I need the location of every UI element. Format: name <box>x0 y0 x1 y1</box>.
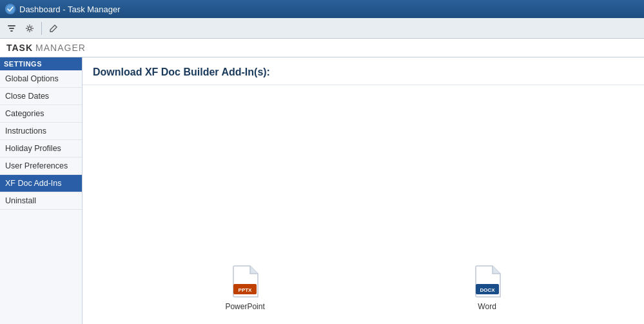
sidebar-item-categories[interactable]: Categories <box>0 105 82 123</box>
powerpoint-label: PowerPoint <box>225 302 264 311</box>
svg-rect-2 <box>9 28 14 29</box>
content-area: SETTINGS Global OptionsClose DatesCatego… <box>0 57 644 324</box>
app-header: TASK MANAGER <box>0 39 644 57</box>
toolbar-separator <box>41 22 42 35</box>
sidebar-item-holiday-profiles[interactable]: Holiday Profiles <box>0 140 82 157</box>
title-bar: Dashboard - Task Manager <box>0 0 644 18</box>
settings-button[interactable] <box>22 21 37 36</box>
svg-rect-3 <box>10 30 13 32</box>
sidebar-item-close-dates[interactable]: Close Dates <box>0 88 82 105</box>
download-area: PPTX PowerPoint DOCX Word <box>83 265 644 311</box>
app-title-task: TASK <box>6 43 33 53</box>
content-title: Download XF Doc Builder Add-In(s): <box>83 57 644 85</box>
word-label: Word <box>478 302 496 311</box>
svg-point-4 <box>28 26 32 30</box>
main-area: TASK MANAGER SETTINGS Global OptionsClos… <box>0 39 644 324</box>
content-body: PPTX PowerPoint DOCX Word <box>83 85 644 324</box>
word-file-icon: DOCX <box>473 265 502 298</box>
app-icon <box>5 4 15 14</box>
sidebar-item-instructions[interactable]: Instructions <box>0 123 82 140</box>
app-title-manager: MANAGER <box>35 43 86 53</box>
sidebar-item-uninstall[interactable]: Uninstall <box>0 192 82 210</box>
svg-text:DOCX: DOCX <box>480 287 495 293</box>
sidebar: SETTINGS Global OptionsClose DatesCatego… <box>0 57 83 324</box>
svg-text:PPTX: PPTX <box>239 287 253 293</box>
powerpoint-file-icon: PPTX <box>231 265 259 298</box>
svg-rect-1 <box>8 25 15 26</box>
main-content: Download XF Doc Builder Add-In(s): PPTX … <box>83 57 644 324</box>
sidebar-section-header: SETTINGS <box>0 57 82 70</box>
title-bar-text: Dashboard - Task Manager <box>19 5 121 14</box>
toolbar <box>0 18 644 39</box>
sidebar-item-user-preferences[interactable]: User Preferences <box>0 157 82 175</box>
sidebar-item-global-options[interactable]: Global Options <box>0 70 82 88</box>
edit-button[interactable] <box>46 21 61 36</box>
svg-point-0 <box>6 5 15 14</box>
filter-button[interactable] <box>4 21 19 36</box>
download-item-word[interactable]: DOCX Word <box>473 265 502 311</box>
download-item-powerpoint[interactable]: PPTX PowerPoint <box>225 265 264 311</box>
sidebar-item-xf-doc-addins[interactable]: XF Doc Add-Ins <box>0 175 82 192</box>
